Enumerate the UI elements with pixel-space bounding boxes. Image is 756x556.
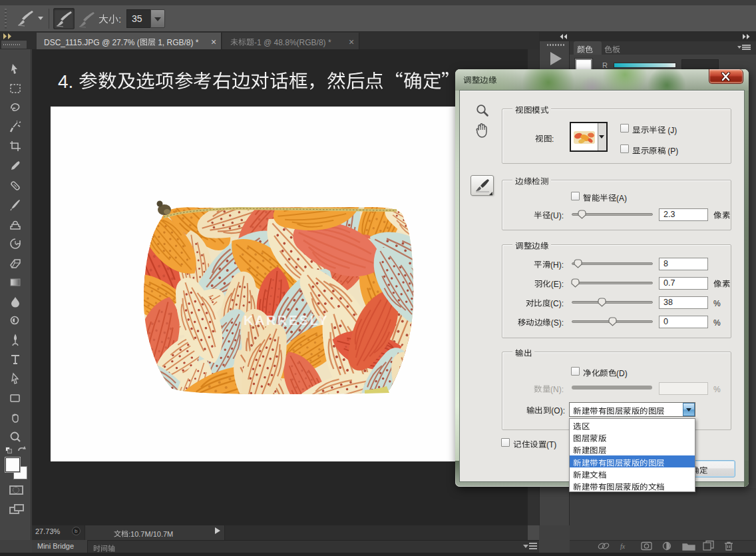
svg-text:KARRESLY: KARRESLY — [244, 313, 329, 328]
svg-text:fx: fx — [620, 543, 626, 550]
